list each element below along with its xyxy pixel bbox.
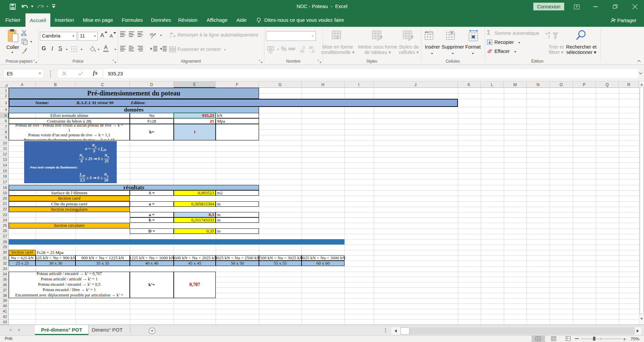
svg-text:c: c: [170, 35, 171, 38]
svg-text:ab: ab: [150, 32, 154, 36]
